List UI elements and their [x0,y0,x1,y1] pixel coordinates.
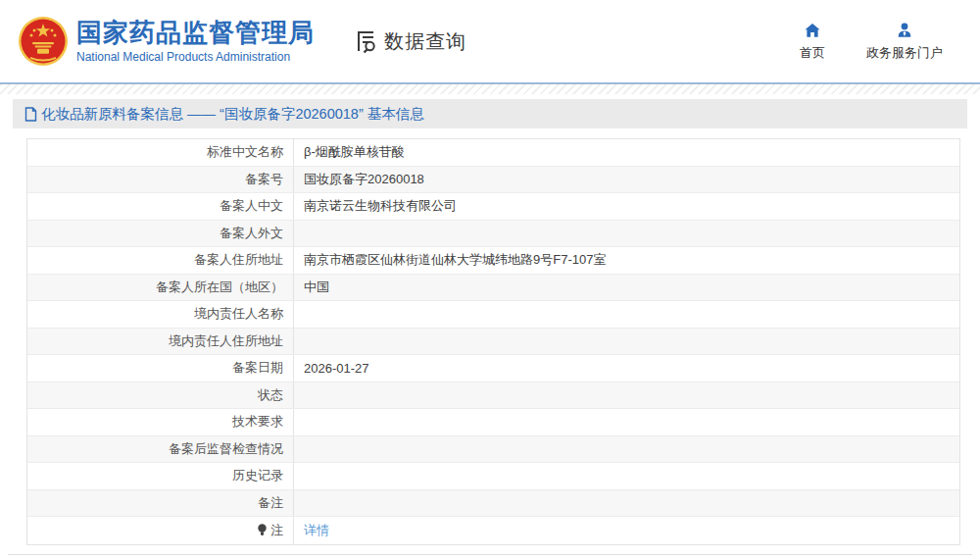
row-label-text: 备注 [258,494,283,512]
row-label-text: 备案人所在国（地区） [156,279,283,296]
row-label-text: 注 [270,522,283,539]
table-row: 备案后监督检查情况 [27,436,959,464]
row-value [294,382,959,409]
data-query-section[interactable]: 数据查询 [354,28,466,55]
row-value: 详情 [294,517,959,544]
data-query-label: 数据查询 [384,28,466,55]
row-label-text: 备案人中文 [220,197,283,215]
row-label: 备案人住所地址 [27,247,294,274]
row-label-text: 标准中文名称 [207,143,283,161]
row-value: 国妆原备字20260018 [294,167,959,193]
row-label: 历史记录 [27,463,294,489]
row-label: 备案人中文 [27,193,294,220]
org-name-en: National Medical Products Administration [76,50,315,64]
row-label: 备案人外文 [27,221,294,247]
row-label: 境内责任人名称 [27,301,294,328]
document-search-icon [354,28,379,54]
table-row: 备案人所在国（地区）中国 [27,275,959,302]
row-label-text: 备案号 [245,171,283,188]
row-value [294,221,959,247]
row-value: 南京诺云生物科技有限公司 [294,193,959,220]
page-header: 国家药品监督管理局 National Medical Products Admi… [0,0,980,82]
row-label: 备注 [27,490,294,517]
row-label-text: 境内责任人名称 [194,305,283,323]
row-value: 南京市栖霞区仙林街道仙林大学城纬地路9号F7-107室 [294,247,959,274]
row-label: 备案号 [27,167,294,193]
row-value: 2026-01-27 [294,355,959,382]
title-bar: 化妆品新原料备案信息 —— “国妆原备字20260018” 基本信息 [13,99,967,128]
org-name-zh: 国家药品监督管理局 [76,19,315,48]
page-title: 化妆品新原料备案信息 —— “国妆原备字20260018” 基本信息 [41,105,424,124]
table-row: 备案人住所地址南京市栖霞区仙林街道仙林大学城纬地路9号F7-107室 [27,247,959,275]
org-titles: 国家药品监督管理局 National Medical Products Admi… [76,19,315,64]
row-label-text: 备案后监督检查情况 [169,440,283,458]
footer-divider [8,554,972,555]
table-row: 备注 [27,490,959,518]
row-label: 注 [27,517,294,544]
row-label-text: 技术要求 [232,413,283,431]
row-value [294,490,959,517]
document-icon [24,107,37,122]
row-label: 备案后监督检查情况 [27,436,294,463]
table-row: 境内责任人名称 [27,301,959,329]
national-emblem-logo [18,16,69,67]
row-value [294,329,959,355]
row-label-text: 备案人外文 [220,225,283,242]
row-value [294,301,959,328]
row-value: 中国 [294,275,959,301]
table-row: 注详情 [27,517,959,544]
row-label: 境内责任人住所地址 [27,329,294,355]
row-label: 备案日期 [27,355,294,382]
table-row: 备案日期2026-01-27 [27,355,959,382]
table-row: 技术要求 [27,409,959,436]
person-icon [896,22,913,39]
row-label-text: 历史记录 [232,467,283,484]
nav-portal[interactable]: 政务服务门户 [866,22,943,62]
table-row: 历史记录 [27,463,959,490]
row-label-text: 状态 [258,386,283,404]
table-row: 备案人中文南京诺云生物科技有限公司 [27,193,959,221]
table-row: 备案人外文 [27,221,959,248]
table-row: 备案号国妆原备字20260018 [27,167,959,194]
nav-portal-label: 政务服务门户 [866,44,943,62]
table-row: 标准中文名称β-烟酰胺单核苷酸 [27,139,959,167]
row-label-text: 备案日期 [232,359,283,377]
row-label: 状态 [27,382,294,409]
detail-link[interactable]: 详情 [304,522,329,539]
row-value [294,409,959,435]
info-table: 标准中文名称β-烟酰胺单核苷酸备案号国妆原备字20260018备案人中文南京诺云… [26,138,960,545]
table-row: 状态 [27,382,959,410]
nav-home[interactable]: 首页 [800,22,825,62]
header-divider [0,82,980,94]
row-label-text: 备案人住所地址 [194,251,283,269]
row-label: 标准中文名称 [27,139,294,166]
header-nav: 首页 政务服务门户 [800,22,943,62]
home-icon [804,22,821,39]
row-label: 备案人所在国（地区） [27,275,294,301]
row-value [294,463,959,489]
table-row: 境内责任人住所地址 [27,329,959,356]
row-label-text: 境内责任人住所地址 [169,332,283,350]
nav-home-label: 首页 [800,44,825,62]
row-value: β-烟酰胺单核苷酸 [294,139,959,166]
row-label: 技术要求 [27,409,294,435]
lightbulb-icon [257,524,268,536]
row-value [294,436,959,463]
